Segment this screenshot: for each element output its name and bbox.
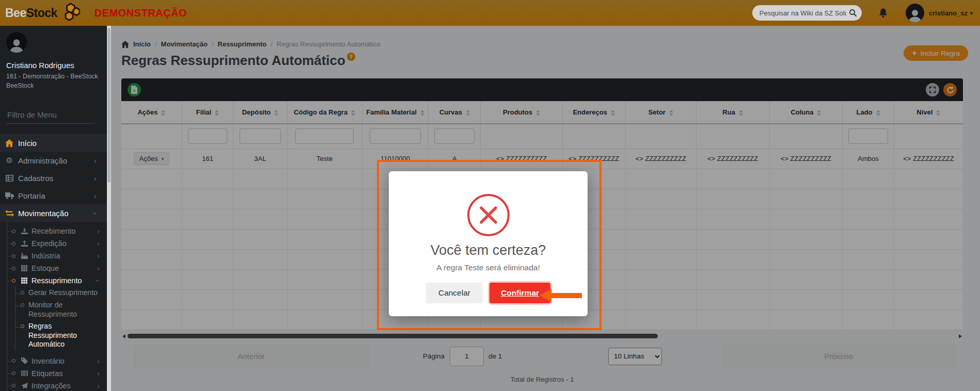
beestock-logo[interactable]: BeeStock [5, 3, 80, 23]
sidebar-item-portaria[interactable]: Portaria › [0, 187, 107, 204]
barcode-icon [20, 370, 29, 376]
sidebar-menu: Início ⚙ Administração › Cadastros › Por… [0, 134, 107, 391]
grid-icon [20, 278, 29, 284]
bullet-icon [12, 384, 15, 387]
chevron-down-icon: › [91, 212, 99, 215]
sidebar-item-cadastros[interactable]: Cadastros › [0, 169, 107, 187]
ship-icon [20, 240, 29, 247]
cancel-button[interactable]: Cancelar [426, 283, 483, 303]
sidebar-item-administracao[interactable]: ⚙ Administração › [0, 152, 107, 169]
sidebar-item-inventario[interactable]: Inventário › [7, 355, 107, 367]
logo-stock-text: Stock [26, 6, 57, 20]
list-icon [4, 175, 14, 182]
chevron-right-icon: › [97, 369, 100, 378]
chevron-right-icon: › [94, 192, 97, 200]
chevron-right-icon: › [97, 252, 100, 260]
main-content: Início / Movimentação / Ressuprimento / … [111, 26, 980, 391]
truck-icon [4, 192, 14, 199]
tag-icon [20, 357, 29, 364]
send-icon [20, 383, 29, 389]
sidebar-item-expedicao[interactable]: Expedição › [7, 237, 107, 250]
sidebar: Cristiano Rodrigues 161 - Demonstração -… [0, 26, 107, 391]
chevron-right-icon: › [97, 227, 100, 235]
bullet-icon [12, 230, 15, 233]
chevron-right-icon: › [94, 174, 97, 182]
sidebar-avatar [6, 32, 27, 53]
search-icon [849, 9, 857, 19]
exchange-arrows-icon [4, 210, 14, 217]
environment-label: DEMONSTRAÇÃO [94, 7, 187, 19]
dialog-title: Você tem certeza? [389, 242, 588, 258]
notifications-bell-icon[interactable] [878, 8, 888, 18]
gears-icon: ⚙ [4, 156, 14, 165]
user-avatar[interactable] [906, 4, 924, 22]
movimentacao-submenu: Recebimento › Expedição › Indúst [7, 222, 107, 391]
sidebar-user-name: Cristiano Rodrigues [6, 61, 102, 70]
bullet-icon [21, 291, 24, 295]
sidebar-item-integracoes[interactable]: Integrações › [7, 380, 107, 391]
menu-filter-input[interactable] [6, 107, 95, 124]
chevron-right-icon: › [97, 382, 100, 390]
confirm-dialog: Você tem certeza? A regra Teste será eli… [389, 171, 588, 316]
chevron-down-icon: ▾ [970, 10, 973, 16]
bullet-icon [12, 279, 15, 283]
error-x-icon [466, 193, 511, 237]
sidebar-item-inicio[interactable]: Início [0, 134, 107, 152]
sidebar-item-regras-ressuprimento[interactable]: Regras Ressuprimento Automático [15, 320, 107, 351]
logo-bee-text: Bee [5, 6, 26, 20]
receive-icon [20, 228, 29, 234]
dialog-message: A regra Teste será eliminada! [389, 263, 588, 272]
wiki-search-input[interactable] [752, 5, 862, 21]
sidebar-item-recebimento[interactable]: Recebimento › [7, 225, 107, 237]
sidebar-user-org-line2: BeeStock [6, 82, 102, 91]
chevron-right-icon: › [94, 157, 97, 165]
menu-filter [6, 107, 95, 124]
ressuprimento-submenu: Gerar Ressuprimento Monitor de Ressuprim… [15, 287, 107, 351]
sidebar-item-industria[interactable]: Indústria › [7, 250, 107, 262]
sidebar-item-etiquetas[interactable]: Etiquetas › [7, 367, 107, 380]
bullet-icon [12, 254, 15, 258]
chevron-right-icon: › [97, 357, 100, 365]
chevron-down-icon: › [94, 280, 103, 282]
chevron-right-icon: › [97, 239, 100, 248]
bullet-icon [21, 303, 24, 307]
sidebar-user-block: Cristiano Rodrigues 161 - Demonstração -… [0, 26, 107, 90]
sidebar-item-estoque[interactable]: Estoque › [7, 262, 107, 274]
bullet-icon [12, 359, 15, 363]
top-header: BeeStock DEMONSTRAÇÃO [0, 0, 980, 26]
chevron-right-icon: › [97, 264, 100, 272]
bullet-icon [12, 371, 15, 375]
bullet-icon [12, 242, 15, 246]
bullet-icon [21, 324, 24, 328]
wiki-search [752, 5, 862, 21]
sidebar-item-monitor-ressuprimento[interactable]: Monitor de Ressuprimento [15, 299, 107, 320]
confirm-button[interactable]: Confirmar [489, 283, 550, 303]
username: cristiano_sz [929, 9, 968, 17]
sidebar-item-gerar-ressuprimento[interactable]: Gerar Ressuprimento [15, 287, 107, 299]
sidebar-item-movimentacao[interactable]: Movimentação › [0, 204, 107, 222]
factory-icon [20, 253, 29, 259]
home-icon [4, 139, 14, 147]
app-window: BeeStock DEMONSTRAÇÃO [0, 0, 980, 391]
user-menu[interactable]: cristiano_sz ▾ [929, 9, 973, 17]
grid-icon [20, 265, 29, 271]
honeycomb-icon [60, 3, 80, 23]
sidebar-user-org-line1: 161 - Demonstração - BeeStock [6, 72, 102, 82]
bullet-icon [12, 267, 15, 270]
sidebar-item-ressuprimento[interactable]: Ressuprimento › [7, 274, 107, 287]
sidebar-scrollbar[interactable] [107, 26, 111, 391]
